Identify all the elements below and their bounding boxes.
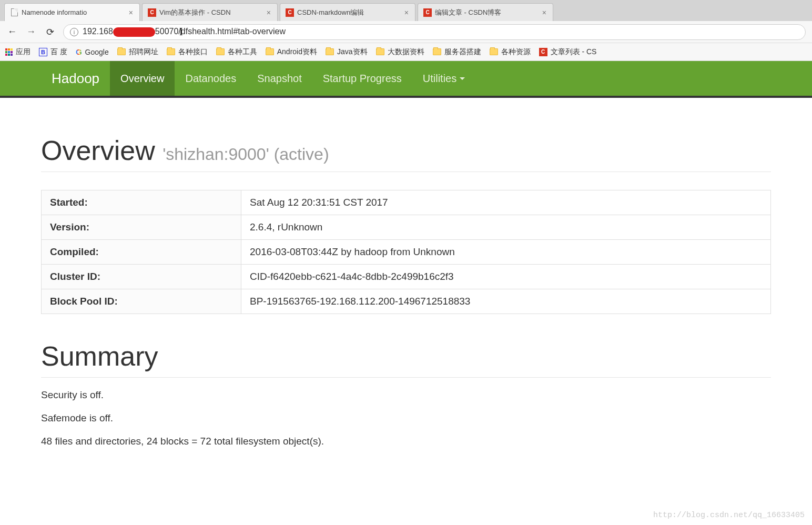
summary-line: 48 files and directories, 24 blocks = 72… xyxy=(41,436,771,447)
row-label: Started: xyxy=(42,190,241,215)
row-label: Block Pool ID: xyxy=(42,289,241,314)
overview-heading: Overview 'shizhan:9000' (active) xyxy=(41,135,771,172)
summary-heading: Summary xyxy=(41,340,771,378)
folder-icon xyxy=(326,48,334,55)
overview-subheading: 'shizhan:9000' (active) xyxy=(163,145,329,164)
row-label: Compiled: xyxy=(42,240,241,265)
back-button[interactable]: ← xyxy=(6,26,18,37)
browser-toolbar: ← → ⟳ i 192.16850070/dfshealth.html#tab-… xyxy=(0,21,812,43)
row-value: 2016-03-08T03:44Z by hadoop from Unknown xyxy=(241,240,771,265)
close-icon[interactable]: × xyxy=(541,8,547,17)
summary-line: Security is off. xyxy=(41,389,771,401)
summary-text: Security is off. Safemode is off. 48 fil… xyxy=(41,389,771,447)
tab-title: 编辑文章 - CSDN博客 xyxy=(435,8,538,17)
browser-tab-3[interactable]: C 编辑文章 - CSDN博客 × xyxy=(418,3,553,21)
watermark: http://blog.csdn.net/qq_16633405 xyxy=(653,511,805,520)
browser-tab-1[interactable]: C Vim的基本操作 - CSDN × xyxy=(142,3,278,21)
browser-tab-0[interactable]: Namenode informatio × xyxy=(4,3,140,21)
csdn-icon: C xyxy=(423,8,432,17)
folder-icon xyxy=(376,48,384,55)
bookmark-folder[interactable]: 服务器搭建 xyxy=(433,47,481,57)
row-value: 2.6.4, rUnknown xyxy=(241,215,771,240)
bookmark-folder[interactable]: 招聘网址 xyxy=(117,47,158,57)
nav-utilities[interactable]: Utilities xyxy=(412,61,475,96)
row-label: Cluster ID: xyxy=(42,265,241,289)
csdn-icon: C xyxy=(148,8,156,17)
table-row: Cluster ID:CID-f6420ebb-c621-4a4c-8dbb-2… xyxy=(42,265,771,289)
tab-title: Vim的基本操作 - CSDN xyxy=(159,8,262,17)
address-bar[interactable]: i 192.16850070/dfshealth.html#tab-overvi… xyxy=(63,24,806,40)
brand[interactable]: Hadoop xyxy=(41,61,110,96)
table-row: Version:2.6.4, rUnknown xyxy=(42,215,771,240)
nav-datanodes[interactable]: Datanodes xyxy=(175,61,247,96)
browser-tab-strip: Namenode informatio × C Vim的基本操作 - CSDN … xyxy=(0,0,812,21)
forward-button[interactable]: → xyxy=(25,26,37,37)
bookmark-folder[interactable]: 各种资源 xyxy=(490,47,531,57)
nav-startup-progress[interactable]: Startup Progress xyxy=(312,61,412,96)
apps-icon xyxy=(5,48,13,56)
folder-icon xyxy=(433,48,441,55)
page-icon xyxy=(10,8,18,17)
row-value: BP-191563765-192.168.112.200-14967125188… xyxy=(241,289,771,314)
bookmark-folder[interactable]: Android资料 xyxy=(266,47,317,57)
row-label: Version: xyxy=(42,215,241,240)
csdn-icon: C xyxy=(539,48,547,56)
table-row: Compiled:2016-03-08T03:44Z by hadoop fro… xyxy=(42,240,771,265)
summary-line: Safemode is off. xyxy=(41,412,771,424)
close-icon[interactable]: × xyxy=(128,8,134,17)
chevron-down-icon xyxy=(460,77,465,83)
folder-icon xyxy=(216,48,225,55)
row-value: Sat Aug 12 20:31:51 CST 2017 xyxy=(241,190,771,215)
close-icon[interactable]: × xyxy=(403,8,410,17)
bookmark-google[interactable]: GGoogle xyxy=(76,47,109,56)
folder-icon xyxy=(167,48,175,55)
folder-icon xyxy=(490,48,498,55)
table-row: Started:Sat Aug 12 20:31:51 CST 2017 xyxy=(42,190,771,215)
hadoop-navbar: Hadoop Overview Datanodes Snapshot Start… xyxy=(0,61,812,98)
bookmark-folder[interactable]: Java资料 xyxy=(326,47,368,57)
bookmark-baidu[interactable]: B百 度 xyxy=(39,47,67,57)
info-icon[interactable]: i xyxy=(70,28,78,36)
close-icon[interactable]: × xyxy=(266,8,272,17)
bookmark-folder[interactable]: 各种接口 xyxy=(167,47,208,57)
table-row: Block Pool ID:BP-191563765-192.168.112.2… xyxy=(42,289,771,314)
row-value: CID-f6420ebb-c621-4a4c-8dbb-2c499b16c2f3 xyxy=(241,265,771,289)
url-text: 192.16850070/dfshealth.html#tab-overview xyxy=(83,27,286,37)
reload-button[interactable]: ⟳ xyxy=(44,26,56,38)
text-cursor: I xyxy=(179,26,183,38)
nav-snapshot[interactable]: Snapshot xyxy=(247,61,312,96)
csdn-icon: C xyxy=(286,8,294,17)
folder-icon xyxy=(117,48,126,55)
apps-button[interactable]: 应用 xyxy=(5,47,31,57)
folder-icon xyxy=(266,48,274,55)
nav-overview[interactable]: Overview xyxy=(110,61,175,96)
overview-table: Started:Sat Aug 12 20:31:51 CST 2017 Ver… xyxy=(41,190,771,314)
page-content: Overview 'shizhan:9000' (active) Started… xyxy=(0,135,812,447)
bookmark-folder[interactable]: 大数据资料 xyxy=(376,47,424,57)
tab-title: Namenode informatio xyxy=(22,8,125,16)
url-redacted xyxy=(113,27,155,37)
tab-title: CSDN-markdown编辑 xyxy=(297,8,400,17)
baidu-icon: B xyxy=(39,48,47,56)
bookmark-csdn[interactable]: C文章列表 - CS xyxy=(539,47,597,57)
bookmark-folder[interactable]: 各种工具 xyxy=(216,47,257,57)
bookmarks-bar: 应用 B百 度 GGoogle 招聘网址 各种接口 各种工具 Android资料… xyxy=(0,43,812,61)
google-icon: G xyxy=(76,47,82,56)
browser-tab-2[interactable]: C CSDN-markdown编辑 × xyxy=(280,3,415,21)
